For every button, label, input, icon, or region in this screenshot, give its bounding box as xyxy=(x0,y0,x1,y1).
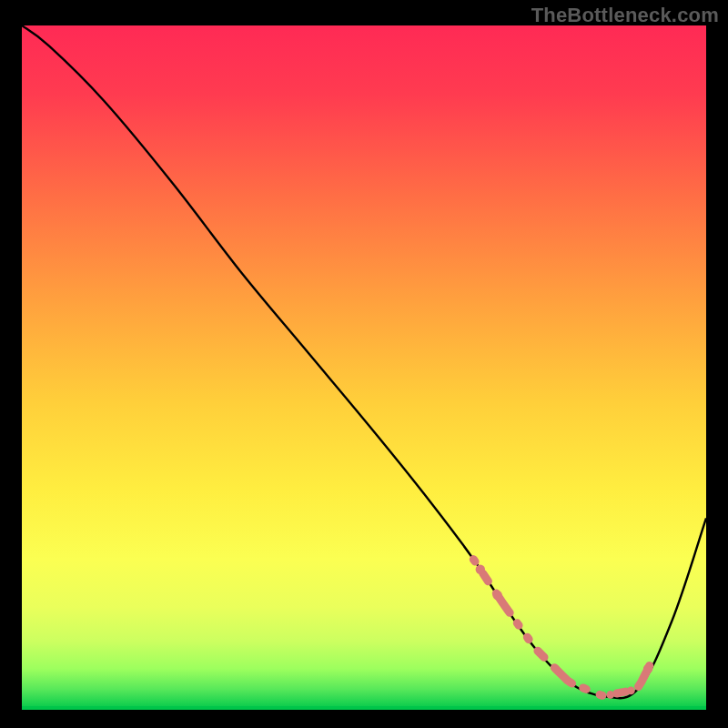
highlight-dot xyxy=(643,664,652,673)
chart-svg xyxy=(22,25,706,710)
chart-container: TheBottleneck.com xyxy=(0,0,728,728)
highlight-dot xyxy=(551,665,560,673)
highlight-dot xyxy=(492,591,501,600)
highlight-dot xyxy=(627,687,635,695)
plot-frame xyxy=(22,25,706,710)
gradient-background xyxy=(22,25,706,710)
plot-area xyxy=(22,25,706,710)
highlight-dot xyxy=(579,684,587,693)
optimal-zone-strip xyxy=(22,706,706,710)
watermark-text: TheBottleneck.com xyxy=(531,4,719,27)
highlight-dot xyxy=(476,565,485,574)
highlight-dot xyxy=(606,691,614,699)
highlight-dot xyxy=(524,634,532,642)
